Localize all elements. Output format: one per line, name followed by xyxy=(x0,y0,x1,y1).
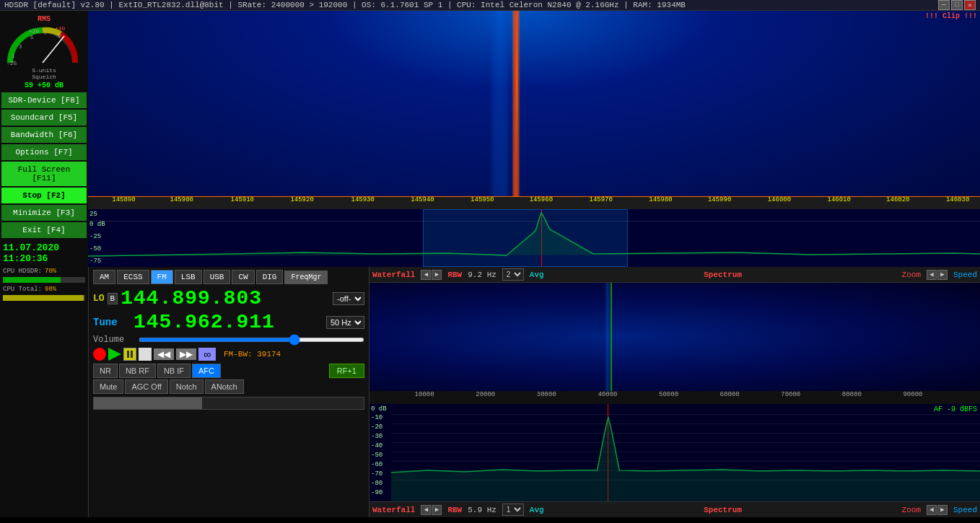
big-db-m40: -40 xyxy=(371,442,382,449)
cpu-hdsdr-pct: 70% xyxy=(45,268,56,275)
right-rbw-label: RBW xyxy=(447,271,462,279)
cw-button[interactable]: CW xyxy=(232,270,254,284)
stop-button[interactable]: Stop [F2] xyxy=(1,188,87,203)
right-rbw-value-2: 5.9 Hz xyxy=(468,506,496,514)
minimize-button[interactable]: ─ xyxy=(938,0,950,10)
big-db-m30: -30 xyxy=(371,433,382,440)
nr-button[interactable]: NR xyxy=(93,364,118,378)
agc-off-button[interactable]: AGC Off xyxy=(125,379,167,394)
soundcard-button[interactable]: Soundcard [F5] xyxy=(1,110,87,126)
exit-button[interactable]: Exit [F4] xyxy=(1,222,87,238)
right-speed-label-2: Speed xyxy=(953,506,977,514)
record-button[interactable] xyxy=(93,348,106,361)
sdr-device-button[interactable]: SDR-Device [F8] xyxy=(1,92,87,108)
wf-scroll-buttons-2: ◀ ▶ xyxy=(421,505,442,515)
rf1-button[interactable]: RF+1 xyxy=(329,364,364,378)
fm-button[interactable]: FM xyxy=(151,270,173,284)
svg-text:+20: +20 xyxy=(29,28,40,35)
titlebar-text: HDSDR [default] v2.80 | ExtIO_RTL2832.dl… xyxy=(4,1,686,9)
notch-button[interactable]: Notch xyxy=(170,379,204,394)
big-spectrum-svg xyxy=(391,404,980,501)
freq-tick-146010: 146010 xyxy=(828,196,851,203)
rewind-button[interactable]: ◀◀ xyxy=(154,348,174,360)
afc-button[interactable]: AFC xyxy=(192,364,221,378)
dig-button[interactable]: DIG xyxy=(256,270,284,284)
big-db-m10: -10 xyxy=(371,414,382,421)
right-avg-label: Avg xyxy=(530,271,544,279)
tune-step-select[interactable]: 50 Hz xyxy=(326,316,364,329)
titlebar: HDSDR [default] v2.80 | ExtIO_RTL2832.dl… xyxy=(0,0,980,11)
close-button[interactable]: ✕ xyxy=(964,0,976,10)
mute-button[interactable]: Mute xyxy=(93,379,123,394)
cpu-hdsdr-bar-fill xyxy=(3,277,61,283)
tune-frequency: 145.962.911 xyxy=(134,311,326,333)
lo-label: LO xyxy=(93,293,105,304)
scroll-thumb[interactable] xyxy=(94,397,202,409)
volume-row: Volume xyxy=(93,335,364,345)
pause-button[interactable] xyxy=(123,348,136,361)
play-button[interactable] xyxy=(108,348,121,361)
wf-signal-glow xyxy=(512,11,520,196)
spectrum-display-top: 25 0 dB -25 -50 -75 xyxy=(88,209,980,267)
bandwidth-button[interactable]: Bandwidth [F6] xyxy=(1,127,87,143)
freqmgr-button[interactable]: FreqMgr xyxy=(284,271,328,284)
volume-slider[interactable] xyxy=(139,338,364,342)
big-db-0: 0 dB xyxy=(371,405,387,413)
freq-tick-145890: 145890 xyxy=(112,196,135,203)
tune-label: Tune xyxy=(93,317,129,328)
lsb-button[interactable]: LSB xyxy=(175,270,202,284)
freq-tick-145980: 145980 xyxy=(649,196,672,203)
wf-scroll-left[interactable]: ◀ xyxy=(421,270,431,280)
freq-tick-146020: 146020 xyxy=(886,196,909,203)
wf-scroll-buttons: ◀ ▶ xyxy=(421,270,442,280)
freq-tick-146030: 146030 xyxy=(946,196,969,203)
freq-label-80k: 80000 xyxy=(842,391,862,398)
freq-tick-145930: 145930 xyxy=(351,196,374,203)
nb-if-button[interactable]: NB IF xyxy=(157,364,191,378)
nb-rf-button[interactable]: NB RF xyxy=(119,364,156,378)
freq-label-50k: 50000 xyxy=(659,391,678,398)
freq-label-30k: 30000 xyxy=(537,391,556,398)
svg-text:3: 3 xyxy=(19,44,22,50)
squelch-value: S9 +50 dB xyxy=(25,82,64,89)
dsp-row-1: NR NB RF NB IF AFC RF+1 xyxy=(93,364,364,378)
zoom-scroll-right[interactable]: ▶ xyxy=(937,270,948,280)
wf-scroll-right-2[interactable]: ▶ xyxy=(432,505,442,515)
fm-bw-label: FM-BW: 39174 xyxy=(224,350,281,359)
cpu-hdsdr-label: CPU HDSDR: xyxy=(3,268,42,275)
options-button[interactable]: Options [F7] xyxy=(1,144,87,160)
freq-label-10k: 10000 xyxy=(415,391,434,398)
fullscreen-button[interactable]: Full Screen [F11] xyxy=(1,162,87,186)
dsp-row-2: Mute AGC Off Notch ANotch xyxy=(93,379,364,394)
am-button[interactable]: AM xyxy=(93,270,115,284)
maximize-button[interactable]: □ xyxy=(951,0,963,10)
zoom-scroll-right-2[interactable]: ▶ xyxy=(937,505,948,515)
lo-off-select[interactable]: -off- xyxy=(333,292,364,305)
mid-controls-panel: AM ECSS FM LSB USB CW DIG FreqMgr LO B 1… xyxy=(88,267,369,517)
right-spec-label: Spectrum xyxy=(704,271,742,279)
rms-meter-area: RMS -25 +20 +40 xyxy=(1,12,87,91)
forward-button[interactable]: ▶▶ xyxy=(176,348,196,360)
cpu-total-label: CPU Total: xyxy=(3,286,42,293)
wf-scroll-left-2[interactable]: ◀ xyxy=(421,505,431,515)
wf-scroll-right[interactable]: ▶ xyxy=(432,270,442,280)
ecss-button[interactable]: ECSS xyxy=(117,270,149,284)
clip-label: !!! Clip !!! xyxy=(925,12,977,20)
stop-transport-button[interactable] xyxy=(139,348,152,361)
zoom-scroll-left-2[interactable]: ◀ xyxy=(927,505,937,515)
cpu-total-bar: CPU Total: 98% xyxy=(3,286,85,293)
anotch-button[interactable]: ANotch xyxy=(205,379,244,394)
right-avg-label-2: Avg xyxy=(530,506,544,514)
freq-label-70k: 70000 xyxy=(781,391,800,398)
minimize-app-button[interactable]: Minimize [F3] xyxy=(1,205,87,221)
freq-label-20k: 20000 xyxy=(476,391,495,398)
cpu-hdsdr-bar: CPU HDSDR: 70% xyxy=(3,268,85,275)
big-spectrum-display: 0 dB -10 -20 -30 -40 -50 -60 -70 -80 -90… xyxy=(369,404,980,501)
usb-button[interactable]: USB xyxy=(204,270,231,284)
big-freq-axis: 10000 20000 30000 40000 50000 60000 7000… xyxy=(369,391,980,404)
right-rbw-select[interactable]: 2 xyxy=(502,268,524,281)
zoom-scroll-left[interactable]: ◀ xyxy=(927,270,937,280)
loop-button[interactable]: ∞ xyxy=(198,348,216,361)
freq-tick-145910: 145910 xyxy=(231,196,254,203)
right-rbw-select-2[interactable]: 1 xyxy=(502,504,524,516)
